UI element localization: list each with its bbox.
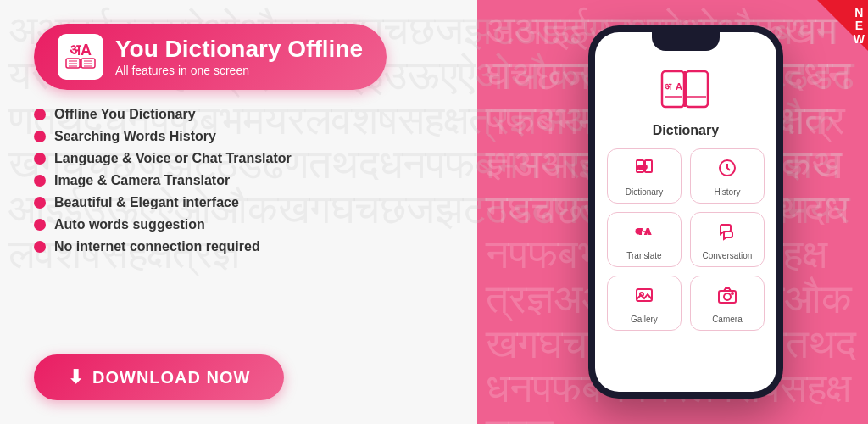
title-pill: अA You Dictionary Offline bbox=[34, 24, 387, 90]
app-tile-label: Camera bbox=[712, 315, 743, 324]
app-tile-dictionary: ABCDictionary bbox=[607, 148, 682, 204]
feature-text: Language & Voice or Chat Translator bbox=[54, 151, 292, 166]
svg-text:अ: अ bbox=[665, 81, 672, 92]
app-tile-camera: Camera bbox=[690, 276, 765, 331]
phone-logo-area: अ A Dictionary bbox=[653, 58, 719, 142]
bullet-icon bbox=[34, 219, 46, 231]
phone-mockup: अ A Dictionary ABCDictionaryHistoryअATra… bbox=[588, 25, 783, 399]
download-icon: ⬇ bbox=[68, 366, 84, 388]
feature-list: Offline You DictionarySearching Words Hi… bbox=[34, 107, 478, 336]
conversation-icon bbox=[717, 221, 737, 247]
app-tile-history: History bbox=[690, 148, 765, 204]
app-logo: अA bbox=[58, 34, 103, 80]
bullet-icon bbox=[34, 241, 46, 253]
camera-icon bbox=[717, 285, 737, 310]
feature-item: Searching Words History bbox=[34, 129, 478, 144]
app-tile-label: Translate bbox=[626, 251, 661, 260]
app-tile-gallery: Gallery bbox=[607, 276, 682, 331]
left-panel: अA You Dictionary Offline bbox=[0, 0, 504, 424]
app-tile-label: History bbox=[714, 187, 740, 197]
app-title: You Dictionary Offline bbox=[115, 36, 363, 63]
phone-notch bbox=[652, 32, 720, 51]
feature-item: No internet connection required bbox=[34, 239, 478, 254]
feature-text: Offline You Dictionary bbox=[54, 107, 196, 122]
gallery-icon bbox=[634, 285, 654, 310]
app-tile-label: Dictionary bbox=[626, 187, 663, 197]
svg-text:अ: अ bbox=[636, 227, 642, 236]
history-icon bbox=[717, 158, 737, 183]
svg-text:ABC: ABC bbox=[637, 165, 647, 170]
svg-point-28 bbox=[732, 293, 733, 294]
bullet-icon bbox=[34, 175, 46, 187]
app-tile-translate: अATranslate bbox=[607, 212, 682, 267]
app-grid: ABCDictionaryHistoryअATranslateConversat… bbox=[595, 142, 776, 338]
hindi-char: अA bbox=[65, 42, 96, 58]
feature-item: Beautiful & Elegant interface bbox=[34, 195, 478, 210]
app-tile-conversation: Conversation bbox=[690, 212, 765, 267]
bullet-icon bbox=[34, 197, 46, 209]
download-label: DOWNLOAD NOW bbox=[92, 368, 250, 388]
app-tile-label: Conversation bbox=[702, 251, 752, 260]
phone-app-logo: अ A bbox=[658, 64, 713, 120]
phone-app-title: Dictionary bbox=[653, 123, 719, 138]
svg-rect-10 bbox=[686, 71, 708, 107]
feature-item: Offline You Dictionary bbox=[34, 107, 478, 122]
feature-text: No internet connection required bbox=[54, 239, 260, 254]
feature-item: Image & Camera Translator bbox=[34, 173, 478, 188]
feature-item: Language & Voice or Chat Translator bbox=[34, 151, 478, 166]
app-subtitle: All features in one screen bbox=[115, 64, 363, 77]
dictionary-icon: ABC bbox=[634, 158, 654, 183]
feature-text: Auto words suggestion bbox=[54, 217, 205, 232]
svg-text:A: A bbox=[676, 81, 682, 92]
svg-text:A: A bbox=[645, 227, 651, 236]
download-button[interactable]: ⬇ DOWNLOAD NOW bbox=[34, 354, 284, 400]
svg-point-27 bbox=[724, 293, 731, 300]
title-text-group: You Dictionary Offline All features in o… bbox=[115, 36, 363, 78]
bullet-icon bbox=[34, 109, 46, 120]
bullet-icon bbox=[34, 153, 46, 165]
new-badge-text: NEW bbox=[854, 7, 865, 46]
feature-item: Auto words suggestion bbox=[34, 217, 478, 232]
translate-icon: अA bbox=[634, 221, 654, 247]
app-tile-label: Gallery bbox=[631, 315, 658, 324]
phone-screen: अ A Dictionary ABCDictionaryHistoryअATra… bbox=[595, 32, 776, 392]
bullet-icon bbox=[34, 131, 46, 142]
feature-text: Image & Camera Translator bbox=[54, 173, 230, 188]
book-icon bbox=[65, 58, 96, 70]
right-panel: अ A Dictionary ABCDictionaryHistoryअATra… bbox=[504, 0, 868, 424]
feature-text: Beautiful & Elegant interface bbox=[54, 195, 239, 210]
main-layout: अA You Dictionary Offline bbox=[0, 0, 868, 424]
feature-text: Searching Words History bbox=[54, 129, 216, 144]
